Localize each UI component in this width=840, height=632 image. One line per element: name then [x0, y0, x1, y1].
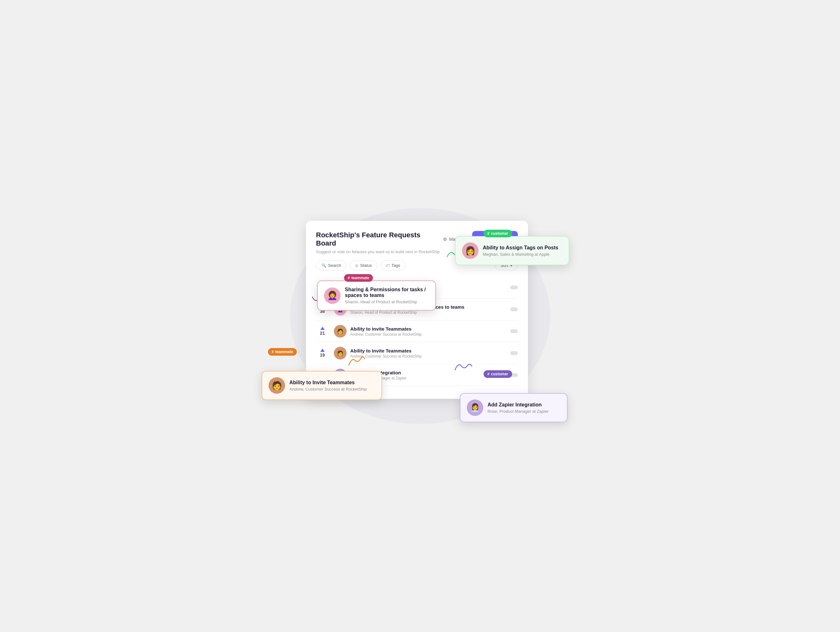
card-text: Ability to Invite Teammates Andrew, Cust…	[289, 380, 367, 391]
card-title: Sharing & Permissions for tasks / spaces…	[345, 287, 429, 298]
tag-label: customer	[491, 231, 508, 236]
avatar: 🧑	[334, 325, 347, 337]
feedback-author: Sharon, Head of Product at RocketShip	[351, 310, 464, 315]
status-pill	[510, 351, 518, 355]
avatar-sharon: 👩‍🦱	[324, 287, 341, 304]
feedback-text: Ability to Invite Teammates Andrew, Cust…	[351, 326, 422, 337]
gear-icon: ⚙	[443, 237, 447, 242]
hash-icon: #	[487, 231, 489, 236]
status-button[interactable]: ◎ Status	[350, 260, 377, 270]
floating-card-sharing[interactable]: 👩‍🦱 Sharing & Permissions for tasks / sp…	[317, 280, 436, 310]
avatar-andrew: 🧑	[268, 377, 285, 394]
upvote-icon[interactable]	[320, 348, 325, 352]
floating-card-zapier[interactable]: 👩‍💼 Add Zapier Integration Rose, Product…	[460, 393, 568, 422]
customer-tag-green[interactable]: # customer	[483, 230, 512, 237]
board-title: RocketShip's Feature Requests Board	[316, 231, 440, 247]
hash-icon: #	[487, 372, 489, 376]
card-text: Sharing & Permissions for tasks / spaces…	[345, 287, 429, 304]
feedback-title: Ability to Invite Teammates	[351, 326, 422, 331]
tag-label: customer	[491, 372, 508, 376]
feedback-author: Andrew, Customer Success at RocketShip	[351, 332, 422, 337]
status-icon: ◎	[355, 263, 358, 268]
card-title: Ability to Assign Tags on Posts	[483, 245, 558, 251]
search-button[interactable]: 🔍 Search	[316, 260, 347, 270]
feedback-content: 🧑 Ability to Invite Teammates Andrew, Cu…	[334, 325, 518, 337]
status-label: Status	[360, 263, 372, 268]
customer-tag-purple[interactable]: # customer	[483, 370, 512, 378]
table-row: 21 🧑 Ability to Invite Teammates Andrew,…	[316, 320, 518, 342]
card-text: Add Zapier Integration Rose, Product Man…	[488, 402, 549, 414]
hash-icon: #	[272, 350, 274, 354]
avatar-meghan: 👩	[462, 242, 478, 259]
tag-label: teammate	[351, 276, 369, 280]
vote-section: 19	[316, 348, 329, 358]
card-title: Add Zapier Integration	[488, 402, 549, 408]
card-author: Andrew, Customer Success at RocketShip	[289, 387, 367, 391]
upvote-icon[interactable]	[320, 327, 325, 330]
card-text: Ability to Assign Tags on Posts Meghan, …	[483, 245, 558, 257]
tag-label: teammate	[275, 350, 293, 354]
card-author: Sharon, Head of Product at RocketShip	[345, 299, 429, 304]
search-icon: 🔍	[322, 263, 326, 268]
avatar: 🧑	[334, 347, 347, 360]
table-row: 19 🧑 Ability to Invite Teammates Andrew,…	[316, 342, 518, 364]
status-pill	[510, 329, 518, 333]
vote-count: 19	[320, 353, 325, 358]
card-author: Rose, Product Manager at Zapier	[488, 409, 549, 414]
squiggle-orange	[347, 354, 366, 367]
hash-icon: #	[348, 276, 350, 280]
tags-label: Tags	[392, 263, 400, 268]
floating-card-invite[interactable]: 🧑 Ability to Invite Teammates Andrew, Cu…	[262, 371, 382, 400]
vote-section: 21	[316, 327, 329, 336]
teammate-tag-pink[interactable]: # teammate	[344, 274, 373, 282]
vote-count: 21	[320, 331, 325, 336]
avatar-rose: 👩‍💼	[467, 399, 483, 416]
squiggle-purple	[453, 360, 472, 372]
card-title: Ability to Invite Teammates	[289, 380, 367, 385]
card-author: Meghan, Sales & Marketing at Apple	[483, 252, 558, 257]
floating-card-assign-tags[interactable]: 👩 Ability to Assign Tags on Posts Meghan…	[455, 236, 569, 265]
tags-button[interactable]: 🏷 Tags	[381, 260, 406, 270]
search-label: Search	[328, 263, 341, 268]
status-pill	[510, 285, 518, 289]
tags-icon: 🏷	[386, 263, 390, 268]
status-pill	[510, 307, 518, 311]
feedback-title: Ability to Invite Teammates	[351, 348, 422, 353]
teammate-tag-orange[interactable]: # teammate	[268, 348, 297, 356]
